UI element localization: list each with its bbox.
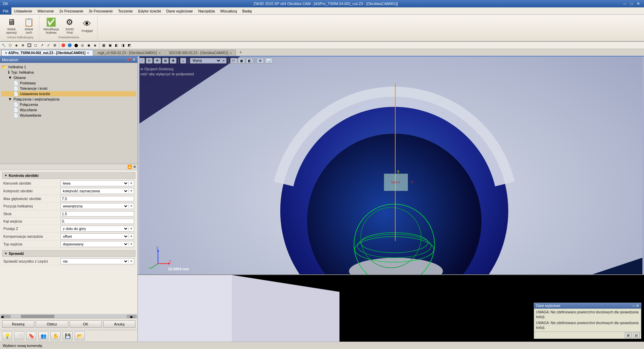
kontrola-section-header[interactable]: ▼ Kontrola obróbki	[2, 172, 135, 179]
sprawdz-section-header[interactable]: ▼ Sprawdź	[2, 250, 135, 257]
menu-narzedzia[interactable]: Narzędzia	[196, 7, 218, 14]
tool-btn-7[interactable]: ↗	[39, 42, 45, 48]
people-icon[interactable]: 👥	[38, 332, 48, 340]
tool-btn-8[interactable]: ⤢	[45, 42, 51, 48]
folder-icon[interactable]: 📂	[75, 332, 85, 340]
ribbon-btn-widok-cech[interactable]: 📋 Widokcech	[21, 17, 37, 35]
tree-helikalna[interactable]: 📂 helikalna 1	[1, 64, 136, 70]
tree-podstawy[interactable]: 📄 Podstawy	[1, 80, 136, 86]
vp-mode-btn-1[interactable]: ◻	[230, 58, 237, 64]
prop-max-glebokos-input[interactable]	[61, 196, 134, 201]
tab-sdcob[interactable]: SDCOB-000-03.Z3 - [ObróbkaCAM001] ✕	[165, 50, 236, 56]
tool-btn-3[interactable]: ◈	[13, 42, 19, 48]
window-controls[interactable]: ─ □ ✕	[622, 1, 641, 6]
manager-close-btn[interactable]: ✕	[132, 57, 135, 62]
tab-mgtt[interactable]: mgtt_v3-500-02.Z3 - [ObróbkaCAM001] ✕	[94, 50, 164, 56]
tab-mgtt-close[interactable]: ✕	[158, 51, 161, 55]
tool-btn-2[interactable]: ⬡	[7, 42, 13, 48]
prop-kat-input[interactable]	[61, 219, 134, 224]
menu-wiercenie[interactable]: Wiercenie	[35, 7, 57, 14]
tree-ustawienia[interactable]: 📄 Ustawienia ścieżki	[1, 91, 136, 96]
menu-toczenie[interactable]: Toczenie	[116, 7, 135, 14]
vp-view-btn[interactable]: 👁	[154, 58, 161, 64]
tool-btn-4[interactable]: ⊕	[20, 42, 26, 48]
tool-btn-16[interactable]: ▦	[100, 42, 107, 48]
prop-pozycja-select[interactable]: wewnętrzna zewnętrzna	[61, 203, 128, 209]
tool-btn-5[interactable]: 🔲	[26, 42, 32, 48]
vp-pan-btn[interactable]: ✥	[170, 58, 176, 64]
hscroll-thumb[interactable]	[21, 315, 54, 318]
tool-btn-19[interactable]: ◨	[120, 42, 126, 48]
prop-postep-select-wrap[interactable]: z dołu do góry z góry do dołu ▼	[61, 226, 134, 232]
prop-kolejnosc-select-wrap[interactable]: kolejność zaznaczania ▼	[61, 188, 134, 194]
vp-settings-btn[interactable]: ⚙	[257, 58, 264, 64]
save-icon[interactable]: 💾	[63, 332, 73, 340]
prop-pozycja-select-wrap[interactable]: wewnętrzna zewnętrzna ▼	[61, 203, 134, 209]
bookmark-icon[interactable]: 🔖	[26, 332, 36, 340]
vp-mode-btn-3[interactable]: ◧	[246, 58, 253, 64]
vp-display-btn[interactable]: 📊	[265, 58, 273, 64]
prop-sprawdz-czesc-arrow[interactable]: ▼	[128, 260, 134, 263]
tool-btn-11[interactable]: 🔵	[67, 42, 73, 48]
tree-polaczenia[interactable]: 📄 Połączenia	[1, 102, 136, 107]
tree-typ[interactable]: ℹ Typ: helikalna	[1, 70, 136, 75]
tree-polaczenia-group[interactable]: ▼ Połączenia i wejścia/wyjścia	[1, 96, 136, 102]
tree-wycofanie[interactable]: 📄 Wycofanie	[1, 107, 136, 113]
tree-glowne[interactable]: ▼ Główne	[1, 75, 136, 80]
output-btn-2[interactable]: ⊟	[633, 333, 640, 338]
hand-icon[interactable]: ✋	[50, 332, 61, 340]
prop-sprawdz-czesc-select[interactable]: nie tak	[61, 259, 128, 264]
menu-ustawienie[interactable]: Ustawienie	[11, 7, 35, 14]
tree-wyswietlanie[interactable]: 📄 Wyświetlanie	[1, 113, 136, 118]
prop-postep-select[interactable]: z dołu do góry z góry do dołu	[61, 226, 128, 231]
prop-pozycja-arrow[interactable]: ▼	[128, 204, 134, 208]
output-close-btn[interactable]: ✕	[636, 304, 639, 308]
props-expand-icon[interactable]: 🔼	[127, 165, 132, 169]
menu-plik[interactable]: Plik	[0, 7, 11, 14]
prop-typ-wyjscia-select-wrap[interactable]: dopasowany normalny ▼	[61, 241, 134, 247]
ribbon-btn-widok-operacji[interactable]: 🖥 Widokoperacji	[3, 17, 19, 35]
tool-btn-17[interactable]: ▣	[107, 42, 113, 48]
tab-aspro[interactable]: + ASPro_TSRM.04.002_nut.Z3 - [ObróbkaCAM…	[1, 50, 93, 56]
prop-skok-input[interactable]	[61, 211, 134, 217]
props-close-icon[interactable]: ✕	[133, 165, 136, 169]
manager-pin-btn[interactable]: 📌	[127, 57, 131, 62]
prop-kierunek-select-wrap[interactable]: lewa prawa ▼	[61, 180, 134, 186]
tool-btn-18[interactable]: ◧	[113, 42, 119, 48]
vp-wytnij-select-wrap[interactable]: Wytnij Brak Automatycznie ▼	[190, 58, 227, 64]
menu-3x-frezowanie[interactable]: 3x Frezowanie	[86, 7, 116, 14]
minimize-btn[interactable]: ─	[622, 1, 628, 6]
tab-sdcob-close[interactable]: ✕	[230, 51, 232, 55]
menu-badaj[interactable]: Badaj	[240, 7, 254, 14]
maximize-btn[interactable]: □	[629, 1, 634, 6]
tab-new-button[interactable]: +	[237, 48, 245, 56]
prop-sprawdz-czesc-select-wrap[interactable]: nie tak ▼	[61, 258, 134, 264]
vp-home-btn[interactable]: ⌂	[180, 58, 186, 64]
prop-kierunek-arrow[interactable]: ▼	[128, 182, 134, 185]
output-minimize-btn[interactable]: ─	[632, 304, 635, 308]
ok-button[interactable]: OK	[70, 320, 102, 328]
vp-rotate-btn[interactable]: ↻	[146, 58, 153, 64]
menu-wizualizuj[interactable]: Wizualizuj	[217, 7, 240, 14]
prop-typ-wyjscia-select[interactable]: dopasowany normalny	[61, 241, 128, 247]
ribbon-btn-podglad[interactable]: 👁 Podgląd	[79, 18, 95, 33]
prop-typ-wyjscia-arrow[interactable]: ▼	[128, 242, 134, 246]
ribbon-btn-weryfikacja[interactable]: ✅ Weryfikacjabryłowa	[42, 17, 60, 35]
bulb-icon[interactable]: 💡	[2, 332, 12, 340]
hscroll-right[interactable]: ▶	[127, 315, 137, 318]
tool-btn-14[interactable]: ◉	[86, 42, 92, 48]
tool-btn-10[interactable]: 🔴	[60, 42, 66, 48]
vp-wytnij-select[interactable]: Wytnij Brak Automatycznie	[190, 58, 221, 63]
prop-kompensacja-arrow[interactable]: ▼	[128, 235, 134, 238]
vp-zoom-btn[interactable]: ⊞	[162, 58, 169, 64]
vp-arrow-btn[interactable]: ↑	[139, 58, 145, 64]
vp-mode-btn-2[interactable]: ▣	[238, 58, 245, 64]
close-btn[interactable]: ✕	[635, 1, 641, 6]
ribbon-btn-zw3d-post[interactable]: ⚙ ZW3DPost	[62, 17, 78, 35]
output-btn-1[interactable]: ⊞	[625, 333, 632, 338]
tool-btn-13[interactable]: ◎	[79, 42, 85, 48]
prop-kierunek-select[interactable]: lewa prawa	[61, 181, 128, 186]
prop-kolejnosc-arrow[interactable]: ▼	[128, 189, 134, 193]
tool-btn-15[interactable]: ◈	[92, 42, 98, 48]
cancel-button[interactable]: Anuluj	[103, 320, 135, 328]
